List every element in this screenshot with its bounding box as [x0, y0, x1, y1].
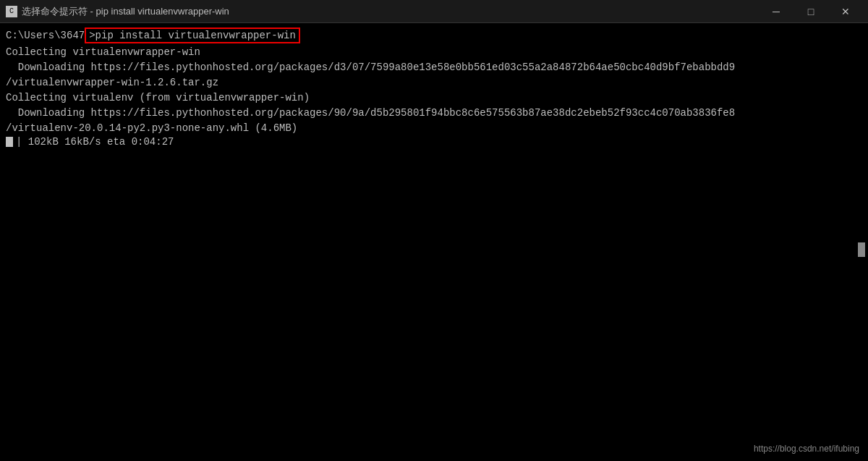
- minimize-button[interactable]: ─: [760, 0, 793, 23]
- watermark: https://blog.csdn.net/ifubing: [754, 444, 859, 454]
- close-button[interactable]: ✕: [829, 0, 862, 23]
- prompt-path: C:\Users\3647: [6, 30, 85, 41]
- window-controls: ─ □ ✕: [760, 0, 862, 23]
- prompt-line: C:\Users\3647 >pip install virtualenvwra…: [6, 28, 862, 43]
- title-bar-text: 选择命令提示符 - pip install virtualenvwrapper-…: [22, 5, 760, 18]
- output-line-3: /virtualenvwrapper-win-1.2.6.tar.gz: [6, 75, 862, 90]
- output-line-1: Collecting virtualenvwrapper-win: [6, 45, 862, 60]
- progress-stats: 102kB 16kB/s eta 0:04:27: [28, 136, 174, 148]
- output-line-6: /virtualenv-20.0.14-py2.py3-none-any.whl…: [6, 121, 862, 136]
- output-line-2: Downloading https://files.pythonhosted.o…: [6, 60, 862, 75]
- scrollbar-cursor: [858, 242, 865, 257]
- window-icon: C: [6, 6, 17, 17]
- maximize-button[interactable]: □: [794, 0, 827, 23]
- progress-bar-separator: |: [16, 136, 28, 148]
- terminal-body: C:\Users\3647 >pip install virtualenvwra…: [0, 23, 868, 461]
- title-bar: C 选择命令提示符 - pip install virtualenvwrappe…: [0, 0, 868, 23]
- progress-cursor-block: [6, 137, 13, 147]
- output-line-4: Collecting virtualenv (from virtualenvwr…: [6, 90, 862, 106]
- progress-line: | 102kB 16kB/s eta 0:04:27: [6, 136, 862, 148]
- command-highlight-box: >pip install virtualenvwrapper-win: [85, 28, 300, 43]
- terminal-window: C 选择命令提示符 - pip install virtualenvwrappe…: [0, 0, 868, 461]
- output-line-5: Downloading https://files.pythonhosted.o…: [6, 106, 862, 121]
